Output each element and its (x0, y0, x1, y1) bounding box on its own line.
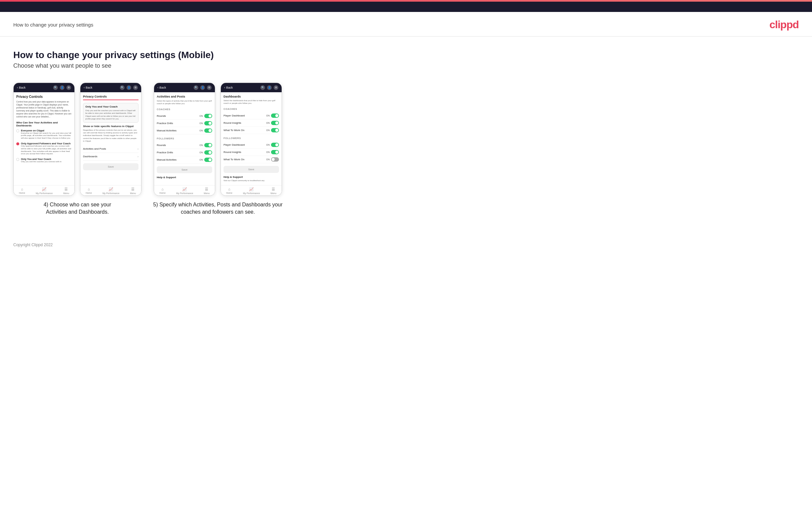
search-icon-4[interactable]: 🔍 (260, 85, 265, 90)
radio-circle-1 (16, 129, 19, 132)
nav-icons-4: 🔍 👤 ⚙ (260, 85, 278, 90)
coaches-rounds-toggle[interactable] (204, 114, 212, 118)
screen1-body: Privacy Controls Control how you and you… (14, 92, 74, 185)
tab-bar-4: ⌂ Home 📈 My Performance ☰ Menu (221, 185, 282, 195)
tab-performance-4[interactable]: 📈 My Performance (243, 187, 260, 194)
coaches-what-to-work-toggle[interactable] (271, 128, 279, 132)
save-button-4[interactable]: Save (223, 166, 279, 173)
screen3-body: Activities and Posts Select the types of… (154, 92, 215, 185)
tab-performance-3[interactable]: 📈 My Performance (176, 187, 193, 194)
radio-option-only-you[interactable]: Only You and Your Coach Only you and the… (16, 158, 72, 163)
coaches-drills-toggle[interactable] (204, 121, 212, 125)
followers-label-4: FOLLOWERS (223, 137, 279, 140)
chevron-left-icon: ‹ (17, 86, 18, 89)
person-icon-4[interactable]: 👤 (267, 85, 272, 90)
group-left: ‹ Back 🔍 👤 ⚙ Privacy Controls Control ho… (13, 82, 142, 216)
coaches-player-dashboard-row: Player Dashboard ON (223, 112, 279, 119)
tab-home-3[interactable]: ⌂ Home (159, 187, 166, 194)
person-icon[interactable]: 👤 (60, 85, 64, 90)
nav-icons-2: 🔍 👤 ⚙ (120, 85, 138, 90)
group-right: ‹ Back 🔍 👤 ⚙ Activities and Posts Select… (151, 82, 284, 216)
tab-home-2[interactable]: ⌂ Home (86, 187, 92, 194)
followers-drills-toggle[interactable] (204, 150, 212, 155)
option-card-title: Only You and Your Coach (85, 105, 136, 108)
settings-icon-3[interactable]: ⚙ (207, 85, 211, 90)
coaches-manual-toggle[interactable] (204, 128, 212, 133)
chevron-right-icon-2: › (138, 155, 139, 158)
followers-drills-row: Practice Drills ON (157, 149, 212, 156)
person-icon-2[interactable]: 👤 (126, 85, 131, 90)
followers-rounds-toggle[interactable] (204, 143, 212, 147)
settings-icon-4[interactable]: ⚙ (274, 85, 278, 90)
chevron-left-icon-3: ‹ (157, 86, 158, 89)
tab-home-4[interactable]: ⌂ Home (226, 187, 233, 194)
back-button-3[interactable]: ‹ Back (157, 86, 166, 89)
back-button-4[interactable]: ‹ Back (224, 86, 233, 89)
followers-round-insights-toggle[interactable] (271, 150, 279, 154)
followers-player-dashboard-toggle[interactable] (271, 143, 279, 147)
option2-label: Only Approved Followers and Your Coach (21, 142, 72, 145)
save-button-2[interactable]: Save (83, 163, 139, 170)
option3-label: Only You and Your Coach (21, 158, 61, 161)
tab-performance-1[interactable]: 📈 My Performance (36, 187, 52, 194)
tab-home-1[interactable]: ⌂ Home (19, 187, 25, 194)
show-hide-desc: Regardless of the privacy controls that … (83, 129, 139, 143)
coaches-round-insights-toggle[interactable] (271, 121, 279, 125)
search-icon[interactable]: 🔍 (53, 85, 58, 90)
option3-desc: Only you and the coaches you connect wit… (21, 161, 61, 163)
back-button-2[interactable]: ‹ Back (84, 86, 92, 89)
screen2-tab: Privacy Controls (83, 95, 139, 100)
page-heading: How to change your privacy settings (Mob… (13, 50, 799, 60)
tab-performance-2[interactable]: 📈 My Performance (102, 187, 119, 194)
radio-option-followers[interactable]: Only Approved Followers and Your Coach O… (16, 142, 72, 155)
followers-manual-toggle[interactable] (204, 158, 212, 162)
settings-icon[interactable]: ⚙ (66, 85, 71, 90)
coaches-drills-row: Practice Drills ON (157, 120, 212, 127)
coaches-label-3: COACHES (157, 108, 212, 111)
caption-right: 5) Specify which Activities, Posts and D… (151, 201, 284, 216)
chart-icon-4: 📈 (249, 187, 254, 191)
screen-pair-left: ‹ Back 🔍 👤 ⚙ Privacy Controls Control ho… (13, 82, 142, 196)
search-icon-2[interactable]: 🔍 (120, 85, 124, 90)
phone-screen-1: ‹ Back 🔍 👤 ⚙ Privacy Controls Control ho… (13, 82, 75, 196)
tab-menu-4[interactable]: ☰ Menu (271, 187, 276, 194)
coaches-label-4: COACHES (223, 108, 279, 111)
tab-bar-1: ⌂ Home 📈 My Performance ☰ Menu (14, 185, 74, 195)
phone-screen-4: ‹ Back 🔍 👤 ⚙ Dashboards Select the dashb… (220, 82, 282, 196)
dashboards-desc: Select the dashboards that you'd like to… (223, 99, 279, 105)
screen1-description: Control how you and your data appears to… (16, 100, 72, 118)
top-bar (0, 0, 812, 12)
home-icon-3: ⌂ (161, 187, 164, 191)
feature-link-activities[interactable]: Activities and Posts › (83, 145, 139, 153)
tab-menu-1[interactable]: ☰ Menu (63, 187, 69, 194)
header: How to change your privacy settings clip… (0, 12, 812, 37)
chevron-right-icon-1: › (138, 147, 139, 151)
tab-menu-3[interactable]: ☰ Menu (204, 187, 210, 194)
top-accent (0, 0, 812, 2)
help-desc: Visit our Clippd community to troublesho… (223, 179, 279, 181)
tab-menu-2[interactable]: ☰ Menu (130, 187, 136, 194)
option1-label: Everyone on Clippd (21, 129, 72, 132)
option-card-desc: Only you and the coaches you connect wit… (85, 109, 136, 120)
chart-icon-3: 📈 (182, 187, 187, 191)
radio-option-everyone[interactable]: Everyone on Clippd Everyone on Clippd ca… (16, 129, 72, 140)
coaches-player-dashboard-toggle[interactable] (271, 113, 279, 118)
person-icon-3[interactable]: 👤 (200, 85, 205, 90)
phone-screen-3: ‹ Back 🔍 👤 ⚙ Activities and Posts Select… (154, 82, 215, 196)
chevron-left-icon-4: ‹ (224, 86, 225, 89)
nav-icons-3: 🔍 👤 ⚙ (194, 85, 211, 90)
followers-what-to-work-toggle[interactable] (271, 157, 279, 162)
search-icon-3[interactable]: 🔍 (194, 85, 198, 90)
feature-link-dashboards[interactable]: Dashboards › (83, 153, 139, 161)
followers-round-insights-row: Round Insights ON (223, 149, 279, 156)
save-button-3[interactable]: Save (157, 166, 212, 173)
section3-header: Activities and Posts (157, 95, 212, 98)
home-icon: ⌂ (21, 187, 23, 191)
menu-icon: ☰ (64, 187, 68, 191)
screen2-body: Privacy Controls Only You and Your Coach… (81, 92, 141, 185)
back-button-1[interactable]: ‹ Back (17, 86, 26, 89)
settings-icon-2[interactable]: ⚙ (133, 85, 138, 90)
followers-rounds-row: Rounds ON (157, 142, 212, 149)
help-support-4: Help & Support (223, 175, 279, 178)
home-icon-4: ⌂ (228, 187, 231, 191)
